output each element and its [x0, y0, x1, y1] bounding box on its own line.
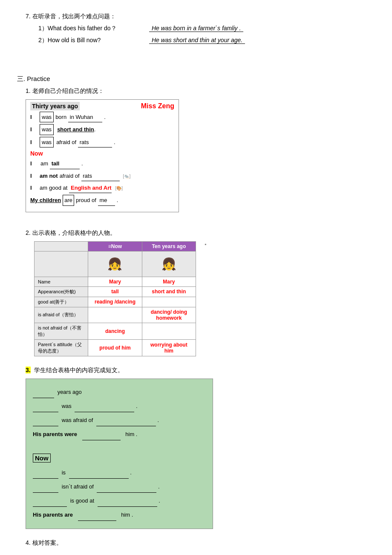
section2-content: ≡Now Ten years ago 👧 👧 [26, 241, 375, 356]
person-table: ≡Now Ten years ago 👧 👧 [34, 241, 196, 356]
row2-text: short and thin [57, 124, 94, 134]
afraid-row: is afraid of（害怕） dancing/ doing homework [35, 307, 196, 323]
now1-label: I [30, 159, 38, 168]
thirty-years-ago: Thirty years ago [30, 103, 80, 110]
fill-blank-is [33, 467, 58, 479]
miss-row2: I was short and thin . [30, 124, 174, 135]
fill-row-isgood: is good at . [33, 495, 206, 507]
fill-row-isnt-afraid: isn`t afraid of . [33, 481, 206, 493]
art-image-placeholder: [🎨] [115, 185, 123, 192]
ago-col-label: Ten years ago [146, 243, 192, 249]
now3-label: I [30, 183, 38, 193]
fill-afraid-label: was afraid of [62, 417, 93, 423]
avatar-now-icon: 👧 [107, 257, 122, 271]
san-title: 三. Practice [17, 75, 375, 83]
fill-him1: him . [125, 431, 137, 437]
img-empty [35, 251, 88, 277]
miss-zeng-name: Miss Zeng [141, 102, 174, 110]
row3-label: I [30, 137, 38, 147]
section3-title: 3. 学生结合表格中的内容完成短文。 [26, 367, 375, 374]
q7-q1-answer: He was born in a farmer`s famliy . [149, 25, 243, 32]
notafraid-row: is not afraid of（不害怕） dancing [35, 323, 196, 339]
parent-row: Parent`s attitude（父母的态度） proud of him wo… [35, 339, 196, 356]
fill-row-parents-are: His parents are him . [33, 509, 206, 521]
section4-title: 4. 核对答案。 [26, 539, 375, 547]
section2: 2. 出示表格，介绍表格中的人物。 ≡Now Ten years ago [17, 229, 375, 356]
avatar-now-cell: 👧 [88, 251, 142, 277]
now2-verb: am not [40, 171, 58, 181]
now3-verb: am [40, 183, 47, 193]
row-notafraid-label: is not afraid of（不害怕） [35, 323, 88, 339]
fill-row-parents-were: His parents were him . [33, 429, 206, 440]
row-good-label: good at(善于） [35, 297, 88, 307]
now1-verb: am [40, 159, 48, 168]
name-row: Name Mary Mary [35, 277, 196, 286]
now3-pre: good at [49, 183, 67, 193]
fill-blank-was [33, 401, 58, 412]
fill-isnt-label: isn`t afraid of [62, 483, 94, 490]
san-section: 三. Practice 1. 老师自己介绍自己的情况： Thirty years… [17, 75, 375, 212]
fill-box: years ago was . was afraid of . His pare… [26, 379, 213, 529]
section3-text: 学生结合表格中的内容完成短文。 [34, 367, 124, 373]
now-header: Now [30, 150, 174, 157]
fill-blank-isnt-val [97, 481, 156, 493]
section2-note: ▪ [205, 241, 206, 247]
row1-born: born [55, 112, 66, 122]
row1-verb: was [40, 112, 54, 122]
section4: 4. 核对答案。 [17, 539, 375, 547]
miss-row1: I was born in Wuhan . [30, 112, 174, 122]
now2-pre: afraid of [60, 171, 80, 181]
now2-blank: rats [81, 171, 120, 181]
notafraid-ago-val [142, 323, 196, 339]
appear-now-val: tall [88, 286, 142, 297]
fill-blank-parents-are [78, 509, 116, 521]
th-now: ≡Now [88, 241, 142, 251]
now-row3: I am good at English and Art [🎨] [30, 183, 174, 193]
table-header-row: ≡Now Ten years ago [35, 241, 196, 251]
th-empty [35, 241, 88, 251]
now4-verb: are [63, 195, 74, 205]
miss-row3: I was afraid of rats . [30, 137, 174, 147]
now-row4: My children are proud of me . [30, 195, 174, 205]
table-img-row: 👧 👧 [35, 251, 196, 277]
rat-image-placeholder: [🐀] [123, 173, 131, 180]
fill-parents-were: His parents were [33, 431, 77, 437]
th-ago: Ten years ago [142, 241, 196, 251]
row3-blank: rats [78, 137, 112, 147]
section3-num: 3. [26, 367, 31, 373]
row2-label: I [30, 124, 38, 134]
afraid-now-val [88, 307, 142, 323]
q7-row2: 2）How old is Bill now? He was short and … [38, 37, 375, 44]
row-name-label: Name [35, 277, 88, 286]
fill-blank-afraid [33, 415, 58, 426]
now1-text: tall [50, 159, 80, 169]
fill-is-label: is [62, 469, 66, 476]
good-now-val: reading /dancing [88, 297, 142, 307]
row-afraid-label: is afraid of（害怕） [35, 307, 88, 323]
name-ago-val: Mary [142, 277, 196, 286]
row2-verb: was [40, 124, 54, 135]
q7-q1-label: 1）What does his father do？ [38, 25, 132, 32]
row1-place-blank: in Wuhan [68, 112, 102, 122]
parent-ago-val: worrying about him [142, 339, 196, 356]
row-parent-label: Parent`s attitude（父母的态度） [35, 339, 88, 356]
q7-header: 7. 在听录音，找出两个难点问题： [26, 13, 375, 20]
fill-now-label-row: Now [33, 452, 206, 465]
fill-blank-is-val [69, 467, 129, 479]
now2-label: I [30, 171, 38, 181]
name-now-val: Mary [88, 277, 142, 286]
q7-section: 7. 在听录音，找出两个难点问题： 1）What does his father… [17, 13, 375, 44]
afraid-ago-val: dancing/ doing homework [142, 307, 196, 323]
fill-blank-was-val [75, 401, 134, 412]
now-row1: I am tall . [30, 159, 174, 169]
notafraid-now-val: dancing [88, 323, 142, 339]
fill-blank-good [33, 495, 67, 507]
section2-title: 2. 出示表格，介绍表格中的人物。 [26, 229, 375, 237]
san-sub1: 1. 老师自己介绍自己的情况： [26, 87, 375, 95]
q7-q2-answer: He was short and thin at your age. [149, 37, 245, 44]
section3: 3. 学生结合表格中的内容完成短文。 years ago was . was a… [17, 367, 375, 529]
row3-verb: was [40, 137, 54, 147]
miss-zeng-header: Thirty years ago Miss Zeng [30, 102, 174, 110]
now4-blank: me [98, 195, 115, 205]
fill-row-years: years ago [33, 387, 206, 398]
